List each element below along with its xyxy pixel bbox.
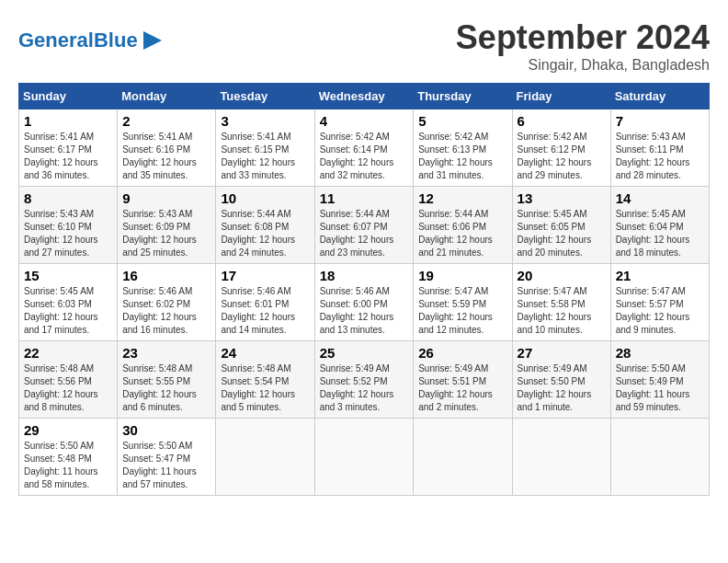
day-info: Sunrise: 5:42 AMSunset: 6:12 PMDaylight:… [518, 132, 592, 180]
calendar-cell: 30 Sunrise: 5:50 AMSunset: 5:47 PMDaylig… [118, 419, 216, 496]
calendar-cell: 3 Sunrise: 5:41 AMSunset: 6:15 PMDayligh… [216, 109, 314, 187]
day-info: Sunrise: 5:43 AMSunset: 6:10 PMDaylight:… [24, 209, 98, 258]
calendar-cell: 27 Sunrise: 5:49 AMSunset: 5:50 PMDaylig… [512, 341, 610, 419]
calendar-cell: 23 Sunrise: 5:48 AMSunset: 5:55 PMDaylig… [118, 341, 216, 419]
logo: GeneralBlue [18, 28, 165, 53]
header-thursday: Thursday [414, 84, 512, 109]
calendar-cell: 22 Sunrise: 5:48 AMSunset: 5:56 PMDaylig… [19, 341, 118, 419]
svg-marker-0 [143, 31, 162, 50]
day-number: 26 [418, 345, 506, 361]
day-number: 25 [320, 345, 409, 361]
day-number: 21 [616, 268, 704, 283]
day-number: 6 [518, 113, 606, 129]
header-sunday: Sunday [19, 84, 118, 109]
calendar-cell: 12 Sunrise: 5:44 AMSunset: 6:06 PMDaylig… [414, 187, 512, 264]
day-number: 19 [418, 268, 506, 283]
calendar-cell: 26 Sunrise: 5:49 AMSunset: 5:51 PMDaylig… [414, 341, 512, 419]
logo-icon [140, 28, 165, 53]
day-number: 5 [418, 113, 506, 129]
day-number: 8 [24, 190, 112, 206]
day-info: Sunrise: 5:41 AMSunset: 6:15 PMDaylight:… [221, 132, 295, 180]
day-number: 18 [320, 268, 409, 283]
day-number: 13 [518, 190, 606, 206]
day-number: 23 [122, 345, 210, 361]
calendar-row: 1 Sunrise: 5:41 AMSunset: 6:17 PMDayligh… [19, 109, 710, 187]
header-monday: Monday [118, 84, 216, 109]
page-header: GeneralBlue September 2024 Singair, Dhak… [18, 18, 710, 74]
month-title: September 2024 [456, 18, 710, 57]
header-tuesday: Tuesday [216, 84, 314, 109]
day-info: Sunrise: 5:41 AMSunset: 6:17 PMDaylight:… [24, 132, 98, 180]
day-number: 12 [418, 190, 506, 206]
day-number: 29 [24, 422, 112, 438]
day-number: 15 [24, 268, 112, 283]
calendar-cell: 19 Sunrise: 5:47 AMSunset: 5:59 PMDaylig… [414, 264, 512, 341]
calendar-cell: 7 Sunrise: 5:43 AMSunset: 6:11 PMDayligh… [610, 109, 709, 187]
day-number: 7 [616, 113, 704, 129]
calendar-row: 22 Sunrise: 5:48 AMSunset: 5:56 PMDaylig… [19, 341, 710, 419]
day-info: Sunrise: 5:44 AMSunset: 6:08 PMDaylight:… [221, 209, 295, 258]
day-number: 30 [122, 422, 210, 438]
calendar-cell: 8 Sunrise: 5:43 AMSunset: 6:10 PMDayligh… [19, 187, 118, 264]
day-info: Sunrise: 5:44 AMSunset: 6:07 PMDaylight:… [320, 209, 394, 258]
calendar-row: 8 Sunrise: 5:43 AMSunset: 6:10 PMDayligh… [19, 187, 710, 264]
calendar-cell: 2 Sunrise: 5:41 AMSunset: 6:16 PMDayligh… [118, 109, 216, 187]
calendar-cell: 29 Sunrise: 5:50 AMSunset: 5:48 PMDaylig… [19, 419, 118, 496]
header-wednesday: Wednesday [314, 84, 414, 109]
calendar-cell-empty [414, 419, 512, 496]
calendar-cell: 24 Sunrise: 5:48 AMSunset: 5:54 PMDaylig… [216, 341, 314, 419]
calendar-cell: 1 Sunrise: 5:41 AMSunset: 6:17 PMDayligh… [19, 109, 118, 187]
day-number: 4 [320, 113, 409, 129]
day-number: 20 [518, 268, 606, 283]
day-info: Sunrise: 5:45 AMSunset: 6:03 PMDaylight:… [24, 286, 98, 335]
day-number: 3 [221, 113, 309, 129]
calendar-cell: 20 Sunrise: 5:47 AMSunset: 5:58 PMDaylig… [512, 264, 610, 341]
calendar-cell: 11 Sunrise: 5:44 AMSunset: 6:07 PMDaylig… [314, 187, 414, 264]
logo-text: GeneralBlue [18, 30, 138, 51]
day-number: 28 [616, 345, 704, 361]
calendar-table: Sunday Monday Tuesday Wednesday Thursday… [18, 83, 710, 496]
day-info: Sunrise: 5:47 AMSunset: 5:58 PMDaylight:… [518, 286, 592, 335]
calendar-cell: 14 Sunrise: 5:45 AMSunset: 6:04 PMDaylig… [610, 187, 709, 264]
day-info: Sunrise: 5:50 AMSunset: 5:48 PMDaylight:… [24, 441, 98, 489]
calendar-cell: 25 Sunrise: 5:49 AMSunset: 5:52 PMDaylig… [314, 341, 414, 419]
day-info: Sunrise: 5:43 AMSunset: 6:09 PMDaylight:… [122, 209, 197, 258]
day-info: Sunrise: 5:49 AMSunset: 5:51 PMDaylight:… [418, 363, 493, 412]
day-info: Sunrise: 5:48 AMSunset: 5:56 PMDaylight:… [24, 363, 98, 412]
day-info: Sunrise: 5:48 AMSunset: 5:55 PMDaylight:… [122, 363, 197, 412]
day-number: 16 [122, 268, 210, 283]
day-info: Sunrise: 5:46 AMSunset: 6:02 PMDaylight:… [122, 286, 197, 335]
day-number: 2 [122, 113, 210, 129]
calendar-cell-empty [610, 419, 709, 496]
calendar-header-row: Sunday Monday Tuesday Wednesday Thursday… [19, 84, 710, 109]
day-number: 24 [221, 345, 309, 361]
day-info: Sunrise: 5:45 AMSunset: 6:04 PMDaylight:… [616, 209, 690, 258]
day-info: Sunrise: 5:44 AMSunset: 6:06 PMDaylight:… [418, 209, 493, 258]
day-number: 22 [24, 345, 112, 361]
calendar-cell: 13 Sunrise: 5:45 AMSunset: 6:05 PMDaylig… [512, 187, 610, 264]
day-number: 9 [122, 190, 210, 206]
day-number: 27 [518, 345, 606, 361]
calendar-cell-empty [314, 419, 414, 496]
calendar-cell: 10 Sunrise: 5:44 AMSunset: 6:08 PMDaylig… [216, 187, 314, 264]
calendar-row: 29 Sunrise: 5:50 AMSunset: 5:48 PMDaylig… [19, 419, 710, 496]
calendar-cell: 16 Sunrise: 5:46 AMSunset: 6:02 PMDaylig… [118, 264, 216, 341]
calendar-cell: 28 Sunrise: 5:50 AMSunset: 5:49 PMDaylig… [610, 341, 709, 419]
calendar-cell: 6 Sunrise: 5:42 AMSunset: 6:12 PMDayligh… [512, 109, 610, 187]
title-area: September 2024 Singair, Dhaka, Banglades… [456, 18, 710, 74]
day-info: Sunrise: 5:49 AMSunset: 5:50 PMDaylight:… [518, 363, 592, 412]
calendar-cell: 21 Sunrise: 5:47 AMSunset: 5:57 PMDaylig… [610, 264, 709, 341]
day-info: Sunrise: 5:46 AMSunset: 6:01 PMDaylight:… [221, 286, 295, 335]
calendar-cell: 17 Sunrise: 5:46 AMSunset: 6:01 PMDaylig… [216, 264, 314, 341]
calendar-cell: 9 Sunrise: 5:43 AMSunset: 6:09 PMDayligh… [118, 187, 216, 264]
calendar-cell: 18 Sunrise: 5:46 AMSunset: 6:00 PMDaylig… [314, 264, 414, 341]
day-info: Sunrise: 5:42 AMSunset: 6:14 PMDaylight:… [320, 132, 394, 180]
day-info: Sunrise: 5:41 AMSunset: 6:16 PMDaylight:… [122, 132, 197, 180]
day-info: Sunrise: 5:50 AMSunset: 5:49 PMDaylight:… [616, 363, 690, 412]
day-info: Sunrise: 5:45 AMSunset: 6:05 PMDaylight:… [518, 209, 592, 258]
calendar-cell: 4 Sunrise: 5:42 AMSunset: 6:14 PMDayligh… [314, 109, 414, 187]
header-friday: Friday [512, 84, 610, 109]
day-number: 17 [221, 268, 309, 283]
day-info: Sunrise: 5:48 AMSunset: 5:54 PMDaylight:… [221, 363, 295, 412]
day-info: Sunrise: 5:46 AMSunset: 6:00 PMDaylight:… [320, 286, 394, 335]
